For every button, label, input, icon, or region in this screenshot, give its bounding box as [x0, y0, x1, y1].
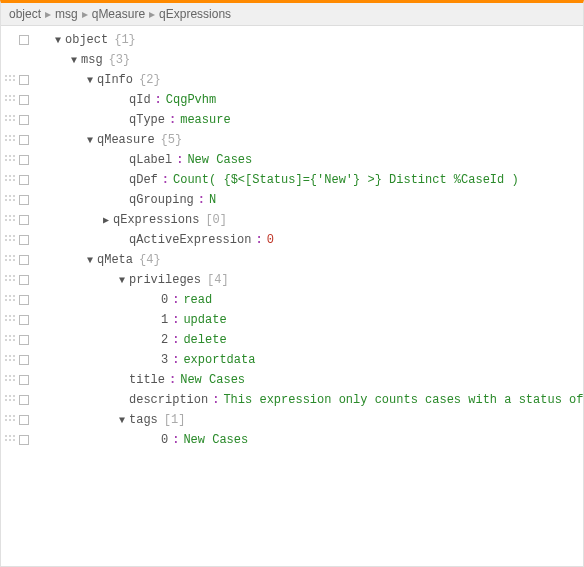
drag-handle-icon[interactable] — [5, 135, 15, 145]
tree-row[interactable]: ▼qMeasure{5} — [1, 130, 583, 150]
row-gutter — [1, 235, 35, 245]
row-gutter — [1, 195, 35, 205]
node-key: title — [129, 373, 165, 387]
drag-handle-icon[interactable] — [5, 215, 15, 225]
drag-handle-icon[interactable] — [5, 275, 15, 285]
row-gutter — [1, 295, 35, 305]
drag-handle-icon[interactable] — [5, 255, 15, 265]
row-checkbox[interactable] — [19, 255, 29, 265]
tree-row[interactable]: qLabel:New Cases — [1, 150, 583, 170]
drag-handle-icon[interactable] — [5, 95, 15, 105]
node-meta: {3} — [109, 53, 131, 67]
collapse-icon[interactable]: ▼ — [83, 135, 97, 146]
tree-row[interactable]: ▼qInfo{2} — [1, 70, 583, 90]
tree-row[interactable]: description:This expression only counts … — [1, 390, 583, 410]
node-key: qMeta — [97, 253, 133, 267]
tree-row[interactable]: qActiveExpression:0 — [1, 230, 583, 250]
tree-row[interactable]: qDef:Count( {$<[Status]={'New'} >} Disti… — [1, 170, 583, 190]
node-key: qId — [129, 93, 151, 107]
row-gutter — [1, 95, 35, 105]
key-value-separator: : — [198, 193, 205, 207]
breadcrumb-separator-icon: ▸ — [149, 7, 155, 21]
drag-handle-icon[interactable] — [5, 415, 15, 425]
row-gutter — [1, 35, 35, 45]
drag-handle-icon[interactable] — [5, 295, 15, 305]
tree-row[interactable]: ▼msg{3} — [1, 50, 583, 70]
row-checkbox[interactable] — [19, 115, 29, 125]
tree-row[interactable]: ▼privileges[4] — [1, 270, 583, 290]
tree-row[interactable]: ▼tags[1] — [1, 410, 583, 430]
row-checkbox[interactable] — [19, 415, 29, 425]
tree-row[interactable]: qId:CqgPvhm — [1, 90, 583, 110]
breadcrumb-item[interactable]: object — [9, 7, 41, 21]
row-checkbox[interactable] — [19, 135, 29, 145]
drag-handle-icon[interactable] — [5, 315, 15, 325]
row-gutter — [1, 375, 35, 385]
row-checkbox[interactable] — [19, 295, 29, 305]
breadcrumb-item[interactable]: msg — [55, 7, 78, 21]
tree-row[interactable]: 0:New Cases — [1, 430, 583, 450]
row-gutter — [1, 215, 35, 225]
node-value: CqgPvhm — [166, 93, 216, 107]
row-checkbox[interactable] — [19, 315, 29, 325]
row-checkbox[interactable] — [19, 235, 29, 245]
tree-row[interactable]: ▼qMeta{4} — [1, 250, 583, 270]
tree-row[interactable]: 0:read — [1, 290, 583, 310]
tree-row[interactable]: ▶qExpressions[0] — [1, 210, 583, 230]
row-checkbox[interactable] — [19, 375, 29, 385]
tree-row[interactable]: qGrouping:N — [1, 190, 583, 210]
drag-handle-icon[interactable] — [5, 395, 15, 405]
drag-handle-icon[interactable] — [5, 75, 15, 85]
collapse-icon[interactable]: ▼ — [83, 255, 97, 266]
row-checkbox[interactable] — [19, 275, 29, 285]
drag-handle-icon[interactable] — [5, 355, 15, 365]
row-checkbox[interactable] — [19, 35, 29, 45]
collapse-icon[interactable]: ▼ — [83, 75, 97, 86]
breadcrumb-separator-icon: ▸ — [82, 7, 88, 21]
node-key: qLabel — [129, 153, 172, 167]
drag-handle-icon[interactable] — [5, 115, 15, 125]
row-checkbox[interactable] — [19, 335, 29, 345]
tree-row[interactable]: ▼object{1} — [1, 30, 583, 50]
tree-row[interactable]: 1:update — [1, 310, 583, 330]
drag-handle-icon[interactable] — [5, 155, 15, 165]
node-key: qGrouping — [129, 193, 194, 207]
node-value: exportdata — [183, 353, 255, 367]
drag-handle-icon[interactable] — [5, 375, 15, 385]
row-checkbox[interactable] — [19, 195, 29, 205]
row-checkbox[interactable] — [19, 155, 29, 165]
drag-handle-icon[interactable] — [5, 235, 15, 245]
tree-row[interactable]: 3:exportdata — [1, 350, 583, 370]
row-gutter — [1, 275, 35, 285]
breadcrumb: object▸msg▸qMeasure▸qExpressions — [1, 3, 583, 26]
drag-handle-icon[interactable] — [5, 195, 15, 205]
collapse-icon[interactable]: ▼ — [115, 275, 129, 286]
row-checkbox[interactable] — [19, 215, 29, 225]
collapse-icon[interactable]: ▼ — [67, 55, 81, 66]
row-checkbox[interactable] — [19, 75, 29, 85]
node-meta: [4] — [207, 273, 229, 287]
node-key: description — [129, 393, 208, 407]
node-key: qActiveExpression — [129, 233, 251, 247]
node-key: 0 — [161, 293, 168, 307]
drag-handle-icon[interactable] — [5, 335, 15, 345]
drag-handle-icon[interactable] — [5, 435, 15, 445]
drag-handle-icon[interactable] — [5, 175, 15, 185]
row-checkbox[interactable] — [19, 395, 29, 405]
row-checkbox[interactable] — [19, 355, 29, 365]
breadcrumb-item[interactable]: qExpressions — [159, 7, 231, 21]
collapse-icon[interactable]: ▼ — [115, 415, 129, 426]
breadcrumb-item[interactable]: qMeasure — [92, 7, 145, 21]
tree-row[interactable]: title:New Cases — [1, 370, 583, 390]
tree-view[interactable]: ▼object{1}▼msg{3}▼qInfo{2}qId:CqgPvhmqTy… — [1, 26, 583, 566]
node-meta: {4} — [139, 253, 161, 267]
row-checkbox[interactable] — [19, 95, 29, 105]
row-checkbox[interactable] — [19, 435, 29, 445]
row-gutter — [1, 395, 35, 405]
tree-row[interactable]: qType:measure — [1, 110, 583, 130]
tree-row[interactable]: 2:delete — [1, 330, 583, 350]
json-panel: object▸msg▸qMeasure▸qExpressions ▼object… — [0, 0, 584, 567]
row-checkbox[interactable] — [19, 175, 29, 185]
expand-icon[interactable]: ▶ — [99, 214, 113, 226]
collapse-icon[interactable]: ▼ — [51, 35, 65, 46]
